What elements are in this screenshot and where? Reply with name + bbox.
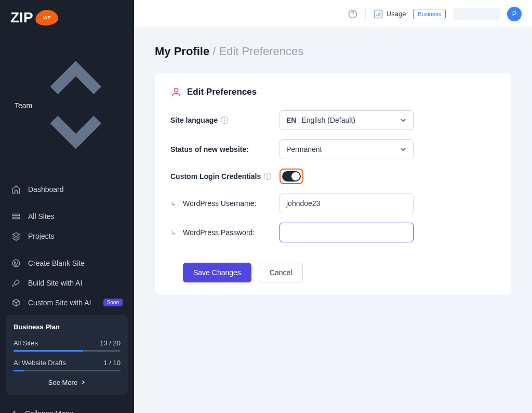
usage-link[interactable]: Usage <box>373 9 406 19</box>
breadcrumb: My Profile / Edit Preferences <box>155 45 511 58</box>
chevron-down-icon <box>400 146 407 153</box>
custom-login-label: Custom Login Credentials i <box>170 172 280 180</box>
status-select[interactable]: Permanent <box>280 139 414 159</box>
card-title: Edit Preferences <box>187 87 257 97</box>
chevron-updown-icon <box>32 47 119 165</box>
soon-badge: Soon <box>103 299 123 306</box>
sidebar-item-create-blank[interactable]: Create Blank Site <box>4 253 130 273</box>
page-title: My Profile <box>155 45 209 58</box>
sidebar-item-build-ai[interactable]: Build Site with AI <box>4 273 130 293</box>
toggle-highlight <box>280 169 303 184</box>
team-selector-label: Team <box>15 101 32 110</box>
page-subtitle: Edit Preferences <box>219 45 304 58</box>
plan-row: AI Website Drafts 1 / 10 <box>14 359 121 367</box>
cube-icon <box>11 298 21 307</box>
save-button[interactable]: Save Changes <box>183 263 251 282</box>
team-selector[interactable]: Team <box>8 42 126 170</box>
main: Usage Business P My Profile / Edit Prefe… <box>134 0 532 413</box>
business-badge: Business <box>413 9 446 19</box>
chevron-down-icon <box>400 117 407 124</box>
cancel-button[interactable]: Cancel <box>259 263 303 282</box>
sidebar-item-all-sites[interactable]: All Sites <box>4 206 130 226</box>
logo-flame-icon: WP <box>34 9 58 27</box>
plan-row: All Sites 13 / 20 <box>14 339 121 347</box>
user-name-placeholder <box>453 8 500 20</box>
chevron-right-icon <box>81 380 86 385</box>
progress-bar <box>14 350 121 352</box>
avatar[interactable]: P <box>507 7 522 21</box>
divider <box>365 9 366 19</box>
content: My Profile / Edit Preferences Edit Prefe… <box>134 28 532 312</box>
sidebar-item-label: Build Site with AI <box>28 279 82 287</box>
info-icon[interactable]: i <box>264 173 271 180</box>
info-icon[interactable]: i <box>221 117 228 124</box>
chart-icon <box>373 9 383 19</box>
topbar: Usage Business P <box>134 0 532 28</box>
progress-bar <box>14 370 121 371</box>
plan-title: Business Plan <box>14 323 121 331</box>
nav: Dashboard All Sites Projects Create Blan… <box>0 177 134 315</box>
sidebar-item-label: All Sites <box>28 212 55 221</box>
sites-icon <box>11 212 21 221</box>
sidebar-item-dashboard[interactable]: Dashboard <box>4 179 130 199</box>
divider <box>170 252 496 252</box>
sidebar-item-custom-ai[interactable]: Custom Site with AI Soon <box>4 293 130 313</box>
collapse-label: Collapse Menu <box>25 409 73 413</box>
plan-card: Business Plan All Sites 13 / 20 AI Websi… <box>6 315 128 395</box>
see-more-link[interactable]: See More <box>14 379 121 386</box>
rocket-icon <box>11 278 21 288</box>
wp-password-input[interactable] <box>280 223 414 242</box>
wp-username-label: WordPress Username: <box>170 199 280 208</box>
wp-username-input[interactable] <box>280 193 414 213</box>
user-icon <box>170 86 182 98</box>
status-label: Status of new website: <box>170 145 280 153</box>
svg-point-5 <box>174 88 178 92</box>
layers-icon <box>11 231 21 241</box>
sidebar-item-label: Create Blank Site <box>28 259 85 267</box>
preferences-card: Edit Preferences Site language i EN Engl… <box>155 73 511 295</box>
sidebar-item-label: Custom Site with AI <box>28 299 91 307</box>
logo-text: ZIP <box>10 9 33 26</box>
svg-rect-0 <box>12 214 20 215</box>
sidebar-item-label: Dashboard <box>28 185 64 193</box>
wp-password-label: WordPress Password: <box>170 228 280 237</box>
home-icon <box>11 185 21 194</box>
chevron-left-icon <box>10 410 18 413</box>
wordpress-icon <box>11 259 21 268</box>
svg-rect-1 <box>12 217 20 218</box>
collapse-menu[interactable]: Collapse Menu <box>0 401 134 413</box>
sidebar: ZIP WP Team Dashboard All Sites Projects… <box>0 0 134 413</box>
site-language-label: Site language i <box>170 116 280 124</box>
sidebar-item-projects[interactable]: Projects <box>4 226 130 246</box>
site-language-select[interactable]: EN English (Default) <box>280 110 414 130</box>
sidebar-item-label: Projects <box>28 232 55 240</box>
custom-login-toggle[interactable] <box>282 171 301 182</box>
logo: ZIP WP <box>0 0 134 34</box>
help-icon[interactable] <box>348 9 358 19</box>
